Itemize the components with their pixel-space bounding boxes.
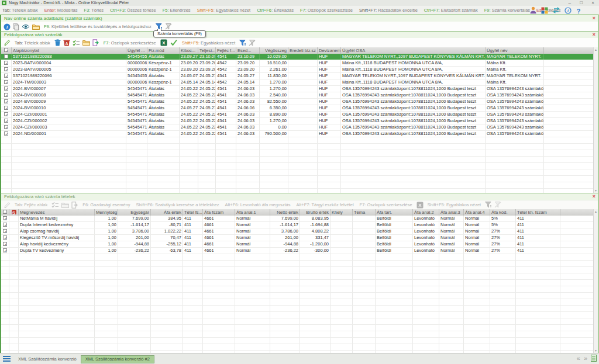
column-header[interactable]: Áfa anal.3 (439, 209, 464, 216)
cell[interactable]: ✓ (1, 228, 9, 234)
cell[interactable]: 331,47 (300, 235, 331, 241)
checklist-icon[interactable] (73, 40, 80, 46)
cell[interactable]: 16.510,00 (260, 60, 288, 66)
invoice-item-row[interactable]: ✓Kiegészítő TV-műsordíj havidíj1,00261,0… (1, 235, 598, 241)
cell[interactable]: -1.200,00 (300, 241, 331, 247)
cell[interactable]: ✓ (1, 112, 12, 117)
row-checkbox[interactable]: ✓ (3, 242, 7, 246)
close-section-icon[interactable]: × (593, 16, 595, 21)
cell[interactable]: Normál (464, 228, 490, 234)
cell[interactable]: Levonható (413, 248, 439, 254)
cell[interactable]: Normál (439, 216, 464, 221)
cell[interactable]: Normál (439, 222, 464, 228)
cell[interactable]: 23.09.27 (180, 54, 198, 60)
cell[interactable]: 24.05.22 (198, 99, 216, 105)
cell[interactable]: 82.550,00 (260, 99, 288, 105)
cell[interactable]: ✓ (1, 92, 12, 98)
cell[interactable]: Málna Kft. (486, 79, 544, 85)
menu-item[interactable]: F3: Törlés (84, 6, 104, 15)
row-checkbox[interactable]: ✓ (4, 61, 8, 65)
cell[interactable] (288, 86, 318, 92)
cell[interactable]: HUF (318, 86, 341, 92)
cell[interactable]: 24.05.27 (198, 73, 216, 79)
cell[interactable]: MAGYAR TELEKOM NYRT.,1097 BUDAPEST KÖNYV… (341, 54, 486, 60)
cell[interactable]: Normál (464, 235, 490, 241)
cell[interactable]: 10.029,00 (260, 54, 288, 60)
delete-all-icon[interactable]: A (63, 39, 70, 46)
menu-item[interactable]: Enter: Módosítás (44, 6, 78, 15)
cell[interactable] (353, 228, 376, 234)
cell[interactable]: Kiegészítő TV-műsordíj havidíj (19, 235, 95, 241)
cell[interactable]: 4541 (216, 54, 236, 60)
bottom-tab[interactable]: XML Szállítószámla konverzió (14, 356, 81, 363)
cell[interactable]: -300,00 (300, 248, 331, 254)
row-checkbox[interactable]: ✓ (4, 112, 8, 116)
cell[interactable]: 00000006 (126, 60, 147, 66)
cell[interactable]: HUF (318, 60, 341, 66)
cell[interactable] (560, 222, 594, 228)
cell[interactable]: -236,22 (270, 248, 300, 254)
cell[interactable]: 24.06.03 (236, 124, 260, 130)
cell[interactable] (288, 112, 318, 117)
cell[interactable] (544, 112, 594, 117)
cell[interactable]: 5% (490, 222, 516, 228)
cell[interactable] (544, 92, 594, 98)
cell[interactable]: 411 (516, 228, 560, 234)
invoice-row[interactable]: ✓2024-ND/00000154545471Átutalás24.05.222… (1, 131, 598, 137)
column-header[interactable] (544, 47, 594, 54)
cell[interactable] (288, 79, 318, 85)
row-checkbox[interactable]: ✓ (3, 223, 7, 227)
cell[interactable]: 2.540,00 (260, 92, 288, 98)
row-checkbox[interactable]: ✓ (4, 106, 8, 110)
cell[interactable]: 24.06.03 (236, 99, 260, 105)
menu-item[interactable]: Tab: Tételek ablak (2, 6, 38, 15)
cell[interactable] (544, 73, 594, 79)
cell[interactable] (544, 124, 594, 130)
cell[interactable]: HUF (318, 54, 341, 60)
cell[interactable]: 2.261,00 (260, 67, 288, 72)
cell[interactable]: 70,47 (151, 235, 183, 241)
column-header[interactable]: Fejléc f... (216, 47, 236, 54)
cell[interactable]: NetMánia M havidíj (19, 216, 95, 221)
column-header[interactable]: ■ (1, 209, 9, 216)
cell[interactable] (560, 248, 594, 254)
column-header[interactable]: Egységár (118, 209, 151, 216)
toolbar-shortcut[interactable]: Tab: Tételek ablak (15, 40, 50, 46)
cell[interactable]: Dupla TV kedvezmény (19, 248, 95, 254)
cell[interactable]: 4541 (216, 73, 236, 79)
cell[interactable]: 23.09.20 (198, 67, 216, 72)
cell[interactable]: 24.05.14 (180, 79, 198, 85)
cell[interactable]: OSA 13576994243 számlaközpont:1078811024… (341, 105, 486, 111)
cell[interactable] (353, 248, 376, 254)
bottom-tab[interactable]: XML Szállítószámla konverzió #2 (81, 355, 154, 363)
cell[interactable]: 2024-CZI/000003 (12, 124, 126, 130)
cell[interactable]: 2023-BATV/000005 (12, 67, 126, 72)
person-icon[interactable] (529, 6, 537, 14)
column-header[interactable]: Tétel fs... (183, 209, 203, 216)
folder-icon[interactable] (32, 24, 40, 30)
cell[interactable]: Normál (439, 248, 464, 254)
cell[interactable]: 4661 (203, 248, 235, 254)
cell[interactable]: 4542 (216, 67, 236, 72)
cell[interactable]: 6.350,00 (260, 105, 288, 111)
invoice-item-row[interactable]: ✓NetMánia M havidíj1,007.699,00384,95411… (1, 216, 598, 222)
cell[interactable]: HUF (318, 67, 341, 72)
cell[interactable] (353, 241, 376, 247)
cell[interactable]: OSA 13576994243 számlaközpont:1078811024… (341, 131, 486, 137)
cell[interactable]: 24.05.22 (180, 86, 198, 92)
row-checkbox[interactable]: ✓ (4, 119, 8, 123)
cell[interactable]: 411 (516, 216, 560, 221)
cell[interactable]: Levonható (413, 216, 439, 221)
cell[interactable] (288, 105, 318, 111)
invoice-row[interactable]: ✓537102198922008854545455Átutalás23.09.2… (1, 54, 598, 60)
cell[interactable]: 24.05.27 (198, 105, 216, 111)
cell[interactable]: -944,88 (118, 241, 151, 247)
cell[interactable]: -1.614,17 (270, 222, 300, 228)
cell[interactable]: Belföldi (376, 228, 413, 234)
cell[interactable]: 411 (516, 235, 560, 241)
invoice-row[interactable]: ✓2023-BATV/00000400000006Készpénz-123.09… (1, 60, 598, 67)
cell[interactable]: Átutalás (147, 73, 180, 79)
maximize-button[interactable]: □ (580, 0, 583, 6)
cell[interactable] (331, 248, 353, 254)
cell[interactable] (544, 54, 594, 60)
